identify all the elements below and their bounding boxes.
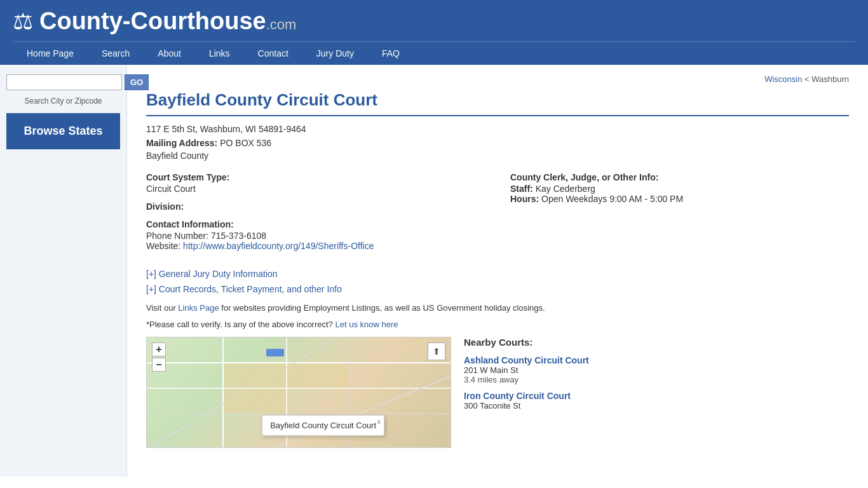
nav-contact[interactable]: Contact <box>244 42 302 65</box>
nearby-court-1: Ashland County Circuit Court 201 W Main … <box>464 355 849 384</box>
map-placeholder: + − ⬆ x Bayfield County Circuit Court <box>147 337 451 447</box>
svg-rect-11 <box>266 349 284 356</box>
nearby-court-2-address: 300 Taconite St <box>464 401 849 410</box>
map-popup-text: Bayfield County Circuit Court <box>270 421 376 430</box>
site-logo: ⚖ County-Courthouse.com <box>13 8 855 41</box>
nav-home[interactable]: Home Page <box>13 42 88 65</box>
browse-states-button[interactable]: Browse States <box>6 113 120 149</box>
staff-label: Staff: <box>510 184 533 194</box>
system-type-label: Court System Type: <box>146 172 485 182</box>
map-container: + − ⬆ x Bayfield County Circuit Court <box>146 337 451 448</box>
info-grid: Court System Type: Circuit Court Divisio… <box>146 172 849 259</box>
court-mailing-address: Mailing Address: PO BOX 536 <box>146 138 849 148</box>
records-link[interactable]: [+] Court Records, Ticket Payment, and o… <box>146 284 342 294</box>
system-type-value: Circuit Court <box>146 184 485 194</box>
nearby-court-1-distance: 3.4 miles away <box>464 375 849 384</box>
search-form: GO <box>6 74 120 90</box>
note-suffix: for websites providing Employment Listin… <box>219 303 545 313</box>
site-name: County-Courthouse.com <box>39 8 296 35</box>
links-page-link[interactable]: Links Page <box>178 303 219 313</box>
mailing-value: PO BOX 536 <box>220 138 271 148</box>
hours-text: Open Weekdays 9:00 AM - 5:00 PM <box>541 194 683 204</box>
court-system-type-section: Court System Type: Circuit Court <box>146 172 485 194</box>
search-label: Search City or Zipcode <box>6 97 120 105</box>
svg-rect-10 <box>224 389 286 413</box>
records-link-section: [+] Court Records, Ticket Payment, and o… <box>146 284 849 294</box>
phone-label: Phone Number: <box>146 231 208 241</box>
court-address: 117 E 5th St, Washburn, WI 54891-9464 <box>146 124 849 134</box>
mailing-label: Mailing Address: <box>146 138 217 148</box>
site-header: ⚖ County-Courthouse.com Home Page Search… <box>0 0 868 65</box>
nearby-court-2-link[interactable]: Iron County Circuit Court <box>464 391 571 401</box>
nearby-court-1-address: 201 W Main St <box>464 365 849 375</box>
note-prefix: Visit our <box>146 303 178 313</box>
hours-value: Hours: Open Weekdays 9:00 AM - 5:00 PM <box>510 194 849 204</box>
division-label: Division: <box>146 201 485 212</box>
clerk-label: County Clerk, Judge, or Other Info: <box>510 172 849 182</box>
nearby-court-1-link[interactable]: Ashland County Circuit Court <box>464 355 589 365</box>
nearby-court-2: Iron County Circuit Court 300 Taconite S… <box>464 391 849 410</box>
note-text: Visit our Links Page for websites provid… <box>146 302 849 315</box>
right-info-column: County Clerk, Judge, or Other Info: Staf… <box>510 172 849 259</box>
website-value: Website: http://www.bayfieldcounty.org/1… <box>146 241 485 251</box>
svg-rect-8 <box>224 363 286 388</box>
bottom-area: + − ⬆ x Bayfield County Circuit Court Ne… <box>146 337 849 448</box>
nav-jury-duty[interactable]: Jury Duty <box>302 42 368 65</box>
nearby-courts-title: Nearby Courts: <box>464 337 849 348</box>
contact-label: Contact Information: <box>146 219 485 229</box>
jury-duty-link-section: [+] General Jury Duty Information <box>146 269 849 279</box>
map-zoom-controls: + − <box>152 342 166 372</box>
map-upload-button[interactable]: ⬆ <box>428 342 445 360</box>
nav-links[interactable]: Links <box>195 42 244 65</box>
main-content: Wisconsin < Washburn Bayfield County Cir… <box>127 65 868 477</box>
nav-about[interactable]: About <box>144 42 195 65</box>
verify-prefix: *Please call to verify. Is any of the ab… <box>146 320 335 329</box>
main-nav: Home Page Search About Links Contact Jur… <box>13 41 855 65</box>
phone-value: Phone Number: 715-373-6108 <box>146 231 485 241</box>
staff-name: Kay Cederberg <box>536 184 595 194</box>
logo-com-text: .com <box>266 17 297 32</box>
website-label-text: Website: <box>146 241 180 251</box>
left-info-column: Court System Type: Circuit Court Divisio… <box>146 172 485 259</box>
let-us-know-link[interactable]: Let us know here <box>335 320 398 329</box>
court-county: Bayfield County <box>146 151 849 161</box>
nav-search[interactable]: Search <box>88 42 144 65</box>
breadcrumb-city: Washburn <box>811 74 849 84</box>
hours-label: Hours: <box>510 194 539 204</box>
map-popup: x Bayfield County Circuit Court <box>262 415 384 436</box>
jury-duty-link[interactable]: [+] General Jury Duty Information <box>146 269 278 279</box>
svg-rect-9 <box>287 363 349 388</box>
search-input[interactable] <box>6 74 122 90</box>
clerk-section: County Clerk, Judge, or Other Info: Staf… <box>510 172 849 204</box>
sidebar: GO Search City or Zipcode Browse States <box>0 65 127 477</box>
nearby-courts: Nearby Courts: Ashland County Circuit Co… <box>464 337 849 448</box>
staff-value: Staff: Kay Cederberg <box>510 184 849 194</box>
breadcrumb-state[interactable]: Wisconsin <box>764 74 802 84</box>
breadcrumb-separator: < <box>802 74 811 84</box>
verify-text: *Please call to verify. Is any of the ab… <box>146 320 849 329</box>
division-section: Division: <box>146 201 485 212</box>
scales-icon: ⚖ <box>13 8 33 35</box>
map-zoom-in[interactable]: + <box>152 342 166 356</box>
website-link[interactable]: http://www.bayfieldcounty.org/149/Sherif… <box>183 241 374 251</box>
main-container: GO Search City or Zipcode Browse States … <box>0 65 868 477</box>
map-zoom-out[interactable]: − <box>152 358 166 372</box>
map-popup-close[interactable]: x <box>377 417 381 425</box>
nav-faq[interactable]: FAQ <box>368 42 414 65</box>
phone-number: 715-373-6108 <box>211 231 266 241</box>
breadcrumb: Wisconsin < Washburn <box>146 74 849 84</box>
court-title: Bayfield County Circuit Court <box>146 90 849 116</box>
contact-section: Contact Information: Phone Number: 715-3… <box>146 219 485 251</box>
logo-main-text: County-Courthouse <box>39 8 266 34</box>
